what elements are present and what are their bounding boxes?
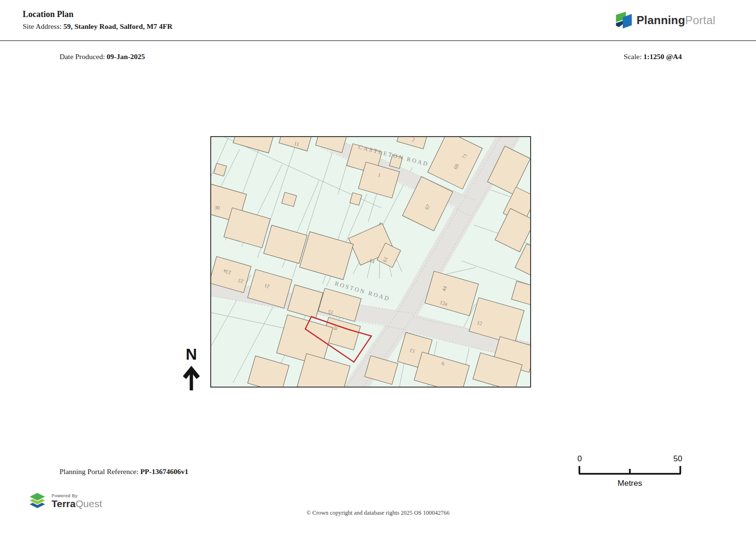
map-scalebar: 0 50 Metres bbox=[577, 455, 682, 488]
north-label: N bbox=[181, 346, 202, 362]
planning-portal-icon bbox=[612, 9, 633, 31]
terraquest-wordmark: TerraQuest bbox=[52, 499, 102, 509]
map-frame: CASTLETON ROADROSTON ROAD301121716967146… bbox=[210, 136, 531, 388]
logo-text-planning: Planning bbox=[636, 14, 685, 26]
map-svg: CASTLETON ROADROSTON ROAD301121716967146… bbox=[211, 137, 530, 387]
site-address-label: Site Address: bbox=[23, 22, 63, 30]
terraquest-powered-by: Powered By bbox=[52, 493, 102, 498]
planning-portal-wordmark: PlanningPortal bbox=[636, 14, 715, 27]
logo-text-portal: Portal bbox=[685, 14, 715, 26]
scale-label: Scale: bbox=[624, 52, 644, 60]
north-indicator: N bbox=[181, 346, 202, 393]
header-divider bbox=[0, 40, 756, 41]
site-address-value: 59, Stanley Road, Salford, M7 4FR bbox=[63, 22, 172, 30]
terraquest-icon bbox=[27, 492, 47, 509]
copyright-notice: © Crown copyright and database rights 20… bbox=[306, 509, 449, 517]
house-number-label: 30 bbox=[214, 204, 220, 210]
scalebar-start: 0 bbox=[577, 455, 582, 464]
planning-portal-logo: PlanningPortal bbox=[612, 9, 715, 31]
date-produced-label: Date Produced: bbox=[60, 52, 107, 60]
location-plan-page: { "header": { "title": "Location Plan", … bbox=[0, 0, 756, 535]
site-address-line: Site Address: 59, Stanley Road, Salford,… bbox=[23, 22, 172, 31]
scale-value: 1:1250 @A4 bbox=[644, 52, 682, 60]
logo-text-quest: Quest bbox=[76, 498, 102, 509]
scalebar-bar bbox=[577, 465, 682, 475]
logo-text-terra: Terra bbox=[52, 498, 76, 509]
terraquest-logo: Powered By TerraQuest bbox=[27, 492, 102, 509]
page-title: Location Plan bbox=[23, 9, 74, 19]
scale-line: Scale: 1:1250 @A4 bbox=[624, 52, 682, 61]
scalebar-unit: Metres bbox=[577, 479, 682, 488]
reference-value: PP-13674606v1 bbox=[140, 467, 189, 475]
north-arrow-icon bbox=[182, 365, 201, 391]
scalebar-end: 50 bbox=[673, 455, 682, 464]
date-produced-line: Date Produced: 09-Jan-2025 bbox=[60, 52, 145, 61]
date-produced-value: 09-Jan-2025 bbox=[107, 52, 145, 60]
planning-portal-reference-line: Planning Portal Reference: PP-13674606v1 bbox=[60, 467, 189, 476]
reference-label: Planning Portal Reference: bbox=[60, 467, 140, 475]
